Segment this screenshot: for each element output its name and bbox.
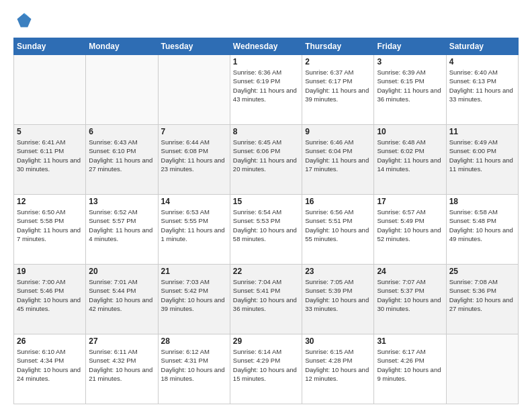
calendar-day-cell: 16Sunrise: 6:56 AMSunset: 5:51 PMDayligh…: [302, 195, 374, 265]
day-info: Sunrise: 6:46 AMSunset: 6:04 PMDaylight:…: [305, 138, 371, 173]
day-of-week-header: Friday: [374, 38, 446, 55]
calendar-day-cell: 13Sunrise: 6:52 AMSunset: 5:57 PMDayligh…: [86, 195, 158, 265]
day-number: 30: [305, 336, 371, 346]
day-info: Sunrise: 6:56 AMSunset: 5:51 PMDaylight:…: [305, 208, 371, 243]
calendar-day-cell: 24Sunrise: 7:07 AMSunset: 5:37 PMDayligh…: [374, 265, 446, 334]
calendar-day-cell: 20Sunrise: 7:01 AMSunset: 5:44 PMDayligh…: [86, 265, 158, 334]
day-info: Sunrise: 6:58 AMSunset: 5:48 PMDaylight:…: [449, 208, 515, 243]
day-number: 12: [17, 197, 83, 206]
calendar-day-cell: [14, 55, 86, 125]
day-info: Sunrise: 7:03 AMSunset: 5:42 PMDaylight:…: [161, 277, 227, 313]
day-info: Sunrise: 6:52 AMSunset: 5:57 PMDaylight:…: [89, 208, 154, 243]
day-number: 13: [89, 197, 154, 206]
day-number: 11: [449, 127, 515, 136]
day-number: 29: [233, 336, 299, 346]
day-info: Sunrise: 6:11 AMSunset: 4:32 PMDaylight:…: [89, 347, 154, 383]
calendar-week-row: 19Sunrise: 7:00 AMSunset: 5:46 PMDayligh…: [14, 265, 519, 334]
day-info: Sunrise: 6:53 AMSunset: 5:55 PMDaylight:…: [161, 208, 227, 243]
calendar-day-cell: 25Sunrise: 7:08 AMSunset: 5:36 PMDayligh…: [446, 265, 518, 334]
day-info: Sunrise: 6:48 AMSunset: 6:02 PMDaylight:…: [377, 138, 443, 173]
calendar-day-cell: 29Sunrise: 6:14 AMSunset: 4:29 PMDayligh…: [230, 334, 302, 404]
day-number: 21: [161, 267, 227, 276]
day-number: 25: [449, 267, 515, 276]
day-info: Sunrise: 6:17 AMSunset: 4:26 PMDaylight:…: [377, 347, 443, 383]
day-number: 24: [377, 267, 443, 276]
calendar-day-cell: 17Sunrise: 6:57 AMSunset: 5:49 PMDayligh…: [374, 195, 446, 265]
calendar-week-row: 26Sunrise: 6:10 AMSunset: 4:34 PMDayligh…: [14, 334, 519, 404]
calendar-day-cell: 6Sunrise: 6:43 AMSunset: 6:10 PMDaylight…: [86, 125, 158, 195]
day-info: Sunrise: 6:49 AMSunset: 6:00 PMDaylight:…: [449, 138, 515, 173]
day-info: Sunrise: 6:36 AMSunset: 6:19 PMDaylight:…: [233, 68, 299, 103]
day-info: Sunrise: 7:01 AMSunset: 5:44 PMDaylight:…: [89, 277, 154, 313]
day-number: 14: [161, 197, 227, 206]
day-of-week-header: Monday: [86, 38, 158, 55]
day-info: Sunrise: 6:10 AMSunset: 4:34 PMDaylight:…: [17, 347, 83, 383]
day-info: Sunrise: 6:12 AMSunset: 4:31 PMDaylight:…: [161, 347, 227, 383]
header: [13, 11, 519, 32]
day-info: Sunrise: 6:54 AMSunset: 5:53 PMDaylight:…: [233, 208, 299, 243]
day-number: 27: [89, 336, 154, 346]
day-info: Sunrise: 6:40 AMSunset: 6:13 PMDaylight:…: [449, 68, 515, 103]
calendar-day-cell: 22Sunrise: 7:04 AMSunset: 5:41 PMDayligh…: [230, 265, 302, 334]
calendar-day-cell: 11Sunrise: 6:49 AMSunset: 6:00 PMDayligh…: [446, 125, 518, 195]
calendar-day-cell: 10Sunrise: 6:48 AMSunset: 6:02 PMDayligh…: [374, 125, 446, 195]
calendar-day-cell: 21Sunrise: 7:03 AMSunset: 5:42 PMDayligh…: [158, 265, 230, 334]
day-info: Sunrise: 7:08 AMSunset: 5:36 PMDaylight:…: [449, 277, 515, 313]
svg-marker-0: [17, 13, 32, 28]
day-number: 19: [17, 267, 83, 276]
day-number: 8: [233, 127, 299, 136]
header-row: SundayMondayTuesdayWednesdayThursdayFrid…: [14, 38, 519, 55]
calendar-day-cell: 12Sunrise: 6:50 AMSunset: 5:58 PMDayligh…: [14, 195, 86, 265]
calendar-day-cell: 2Sunrise: 6:37 AMSunset: 6:17 PMDaylight…: [302, 55, 374, 125]
day-of-week-header: Saturday: [446, 38, 518, 55]
day-info: Sunrise: 6:50 AMSunset: 5:58 PMDaylight:…: [17, 208, 83, 243]
day-info: Sunrise: 6:41 AMSunset: 6:11 PMDaylight:…: [17, 138, 83, 173]
calendar-day-cell: 28Sunrise: 6:12 AMSunset: 4:31 PMDayligh…: [158, 334, 230, 404]
calendar-week-row: 1Sunrise: 6:36 AMSunset: 6:19 PMDaylight…: [14, 55, 519, 125]
calendar-day-cell: 27Sunrise: 6:11 AMSunset: 4:32 PMDayligh…: [86, 334, 158, 404]
day-number: 31: [377, 336, 443, 346]
calendar-week-row: 12Sunrise: 6:50 AMSunset: 5:58 PMDayligh…: [14, 195, 519, 265]
day-number: 6: [89, 127, 154, 136]
day-of-week-header: Wednesday: [230, 38, 302, 55]
calendar-day-cell: 9Sunrise: 6:46 AMSunset: 6:04 PMDaylight…: [302, 125, 374, 195]
calendar-day-cell: 30Sunrise: 6:15 AMSunset: 4:28 PMDayligh…: [302, 334, 374, 404]
day-info: Sunrise: 7:00 AMSunset: 5:46 PMDaylight:…: [17, 277, 83, 313]
day-info: Sunrise: 6:45 AMSunset: 6:06 PMDaylight:…: [233, 138, 299, 173]
calendar-day-cell: 8Sunrise: 6:45 AMSunset: 6:06 PMDaylight…: [230, 125, 302, 195]
day-number: 1: [233, 57, 299, 66]
calendar-day-cell: 1Sunrise: 6:36 AMSunset: 6:19 PMDaylight…: [230, 55, 302, 125]
day-number: 17: [377, 197, 443, 206]
calendar-day-cell: 5Sunrise: 6:41 AMSunset: 6:11 PMDaylight…: [14, 125, 86, 195]
page: SundayMondayTuesdayWednesdayThursdayFrid…: [0, 0, 532, 411]
day-number: 10: [377, 127, 443, 136]
day-number: 9: [305, 127, 371, 136]
day-number: 22: [233, 267, 299, 276]
day-number: 2: [305, 57, 371, 66]
day-number: 5: [17, 127, 83, 136]
calendar-day-cell: [86, 55, 158, 125]
day-number: 20: [89, 267, 154, 276]
day-number: 26: [17, 336, 83, 346]
day-info: Sunrise: 6:43 AMSunset: 6:10 PMDaylight:…: [89, 138, 154, 173]
day-of-week-header: Thursday: [302, 38, 374, 55]
day-info: Sunrise: 7:05 AMSunset: 5:39 PMDaylight:…: [305, 277, 371, 313]
day-of-week-header: Tuesday: [158, 38, 230, 55]
day-number: 23: [305, 267, 371, 276]
day-number: 18: [449, 197, 515, 206]
day-info: Sunrise: 6:39 AMSunset: 6:15 PMDaylight:…: [377, 68, 443, 103]
calendar-day-cell: 3Sunrise: 6:39 AMSunset: 6:15 PMDaylight…: [374, 55, 446, 125]
calendar-day-cell: 18Sunrise: 6:58 AMSunset: 5:48 PMDayligh…: [446, 195, 518, 265]
calendar-week-row: 5Sunrise: 6:41 AMSunset: 6:11 PMDaylight…: [14, 125, 519, 195]
day-info: Sunrise: 7:04 AMSunset: 5:41 PMDaylight:…: [233, 277, 299, 313]
logo-icon: [15, 11, 34, 30]
calendar-day-cell: 19Sunrise: 7:00 AMSunset: 5:46 PMDayligh…: [14, 265, 86, 334]
day-info: Sunrise: 6:44 AMSunset: 6:08 PMDaylight:…: [161, 138, 227, 173]
day-number: 4: [449, 57, 515, 66]
calendar-day-cell: [158, 55, 230, 125]
day-info: Sunrise: 6:15 AMSunset: 4:28 PMDaylight:…: [305, 347, 371, 383]
calendar-day-cell: 14Sunrise: 6:53 AMSunset: 5:55 PMDayligh…: [158, 195, 230, 265]
day-of-week-header: Sunday: [14, 38, 86, 55]
day-number: 3: [377, 57, 443, 66]
calendar-table: SundayMondayTuesdayWednesdayThursdayFrid…: [13, 38, 519, 404]
